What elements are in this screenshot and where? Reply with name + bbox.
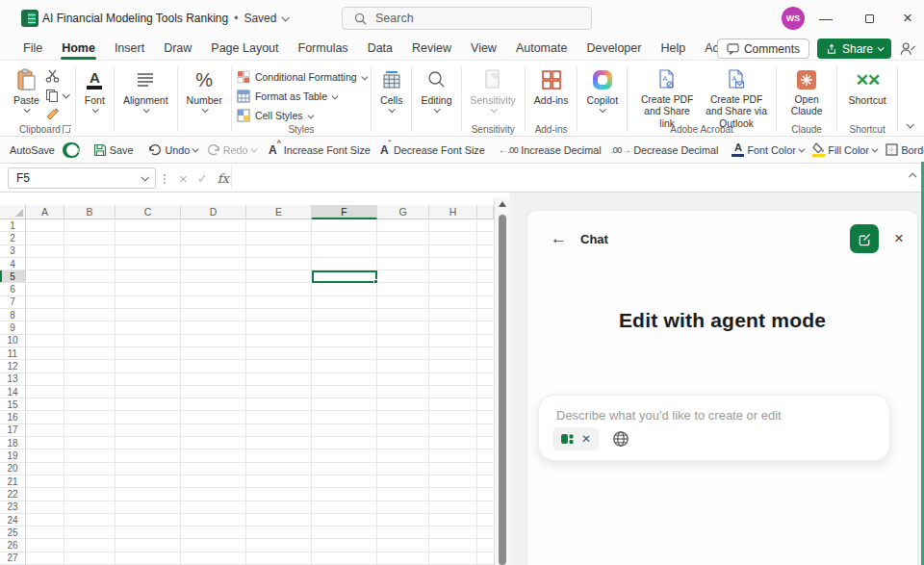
column-header-C[interactable]: C: [116, 205, 181, 219]
close-panel-icon[interactable]: ×: [894, 229, 904, 248]
insert-function-button[interactable]: fx: [218, 171, 229, 186]
column-header-B[interactable]: B: [64, 205, 116, 219]
row-header-27[interactable]: 27: [0, 552, 26, 565]
share-button[interactable]: Share: [817, 39, 891, 59]
formula-bar-grip[interactable]: [164, 174, 166, 176]
close-button[interactable]: ×: [895, 6, 920, 31]
row-header-14[interactable]: 14: [0, 386, 26, 398]
tab-home[interactable]: Home: [52, 38, 105, 59]
tab-page-layout[interactable]: Page Layout: [201, 38, 288, 59]
workbook-context-chip[interactable]: ✕: [552, 427, 599, 450]
sheet-cells[interactable]: [26, 219, 494, 565]
tab-developer[interactable]: Developer: [577, 38, 651, 59]
copy-button[interactable]: [45, 89, 68, 102]
create-pdf-share-link-button[interactable]: A Create PDF and Share link: [632, 64, 702, 130]
minimize-button[interactable]: —: [813, 6, 838, 31]
row-header-24[interactable]: 24: [0, 514, 26, 526]
row-header-23[interactable]: 23: [0, 501, 26, 514]
font-color-button[interactable]: A Font Color: [730, 142, 805, 157]
cells-button[interactable]: Cells: [376, 64, 406, 113]
name-box[interactable]: F5: [8, 167, 156, 189]
column-header-partial[interactable]: [477, 205, 494, 219]
search-input[interactable]: Search: [342, 7, 592, 30]
row-header-12[interactable]: 12: [0, 360, 26, 372]
tab-data[interactable]: Data: [358, 38, 402, 59]
borders-button[interactable]: Borders: [884, 143, 924, 156]
tab-view[interactable]: View: [461, 38, 506, 59]
create-pdf-share-outlook-button[interactable]: A Create PDF and Share via Outlook: [702, 64, 771, 130]
column-header-D[interactable]: D: [181, 205, 246, 219]
comments-button[interactable]: Comments: [717, 39, 809, 59]
fill-color-button[interactable]: Fill Color: [810, 142, 878, 157]
row-header-9[interactable]: 9: [0, 321, 26, 334]
row-header-4[interactable]: 4: [0, 258, 26, 270]
selected-cell[interactable]: [312, 270, 377, 283]
row-header-16[interactable]: 16: [0, 412, 26, 424]
row-header-22[interactable]: 22: [0, 488, 26, 501]
tab-formulas[interactable]: Formulas: [289, 38, 358, 59]
format-painter-button[interactable]: [45, 108, 68, 121]
remove-chip-icon[interactable]: ✕: [581, 432, 591, 446]
maximize-button[interactable]: [857, 6, 882, 31]
ribbon-collapse-chevron-icon[interactable]: [906, 120, 913, 128]
row-header-5[interactable]: 5: [0, 270, 26, 283]
row-header-7[interactable]: 7: [0, 296, 26, 309]
row-header-8[interactable]: 8: [0, 309, 26, 321]
row-header-17[interactable]: 17: [0, 424, 26, 437]
document-title[interactable]: AI Financial Modeling Tools Ranking • Sa…: [42, 12, 288, 25]
row-header-20[interactable]: 20: [0, 463, 26, 475]
vertical-scrollbar[interactable]: [494, 197, 510, 565]
editing-button[interactable]: Editing: [417, 64, 455, 113]
save-button-qat[interactable]: Save: [91, 143, 136, 157]
new-chat-button[interactable]: [850, 224, 879, 253]
prompt-input[interactable]: [556, 405, 876, 424]
paste-button[interactable]: Paste: [10, 64, 43, 113]
format-as-table-button[interactable]: Format as Table: [237, 90, 366, 103]
row-header-10[interactable]: 10: [0, 335, 26, 347]
scrollbar-thumb[interactable]: [499, 215, 506, 565]
account-avatar[interactable]: WS: [782, 7, 805, 30]
decrease-font-size-button[interactable]: Aˇ Decrease Font Size: [378, 143, 487, 157]
row-header-15[interactable]: 15: [0, 398, 26, 411]
row-header-26[interactable]: 26: [0, 540, 26, 552]
row-header-1[interactable]: 1: [0, 219, 26, 232]
row-header-25[interactable]: 25: [0, 526, 26, 539]
column-header-F[interactable]: F: [312, 205, 377, 219]
column-header-G[interactable]: G: [377, 205, 429, 219]
decrease-decimal-button[interactable]: .00→ Decrease Decimal: [609, 144, 721, 156]
row-header-2[interactable]: 2: [0, 232, 26, 244]
tab-draw[interactable]: Draw: [154, 38, 201, 59]
select-all-corner[interactable]: [0, 205, 26, 219]
tab-file[interactable]: File: [13, 38, 52, 59]
tab-automate[interactable]: Automate: [506, 38, 578, 59]
undo-button[interactable]: Undo: [146, 143, 198, 156]
alignment-button[interactable]: Alignment: [119, 64, 172, 113]
excel-logo-icon[interactable]: [21, 10, 38, 27]
autosave-toggle[interactable]: On: [63, 142, 80, 158]
row-header-3[interactable]: 3: [0, 245, 26, 258]
row-header-18[interactable]: 18: [0, 437, 26, 449]
fill-handle[interactable]: [373, 279, 378, 284]
formula-enter-button[interactable]: ✓: [197, 171, 208, 186]
cell-styles-button[interactable]: Cell Styles: [237, 109, 366, 122]
people-icon[interactable]: [899, 41, 916, 57]
back-arrow-icon[interactable]: ←: [551, 229, 567, 248]
tab-review[interactable]: Review: [402, 38, 461, 59]
column-header-A[interactable]: A: [26, 205, 64, 219]
column-header-E[interactable]: E: [246, 205, 312, 219]
row-header-11[interactable]: 11: [0, 347, 26, 360]
shortcut-button[interactable]: ✕✕ Shortcut: [842, 64, 892, 106]
tab-help[interactable]: Help: [651, 38, 695, 59]
row-header-13[interactable]: 13: [0, 373, 26, 386]
formula-bar-collapse-icon[interactable]: [909, 172, 916, 180]
increase-font-size-button[interactable]: A^ Increase Font Size: [267, 143, 372, 157]
formula-input[interactable]: [231, 166, 895, 190]
row-header-19[interactable]: 19: [0, 449, 26, 462]
font-button[interactable]: A Font: [81, 64, 109, 113]
row-header-21[interactable]: 21: [0, 475, 26, 488]
redo-button[interactable]: Redo: [205, 143, 257, 156]
globe-icon[interactable]: [612, 430, 629, 448]
copilot-button[interactable]: Copilot: [582, 64, 622, 113]
sensitivity-button[interactable]: Sensitivity: [467, 64, 520, 113]
conditional-formatting-button[interactable]: Conditional Formatting: [237, 70, 366, 84]
